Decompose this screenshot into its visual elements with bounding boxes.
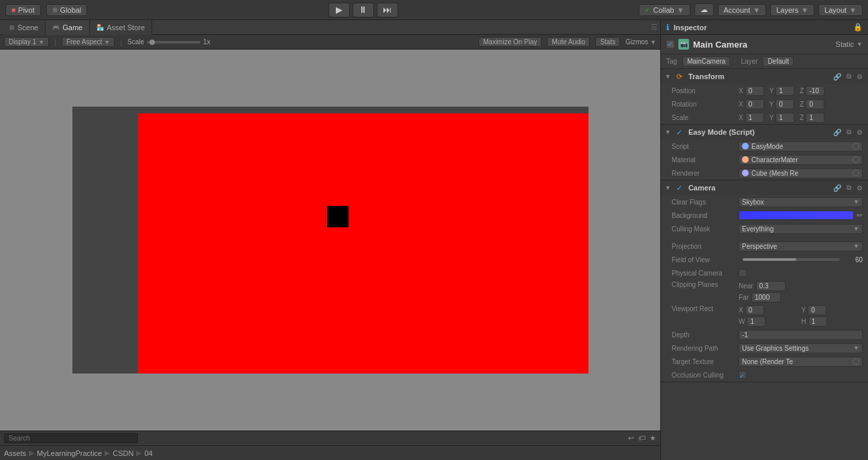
camera-link-btn[interactable]: 🔗 (832, 184, 843, 192)
collab-button[interactable]: ✓ Collab ▼ (639, 4, 690, 16)
toolbar-separator: | (54, 38, 56, 46)
renderer-picker[interactable] (853, 170, 859, 176)
play-controls: ▶ ⏸ ⏭ (92, 3, 633, 17)
tag-value[interactable]: MainCamera (682, 56, 730, 66)
star-icon[interactable]: ★ (649, 434, 656, 443)
script-label: Script (672, 143, 739, 150)
pause-button[interactable]: ⏸ (353, 3, 374, 17)
rendering-path-dropdown[interactable]: Use Graphics Settings ▼ (739, 343, 863, 353)
rendering-path-row: Rendering Path Use Graphics Settings ▼ (661, 341, 868, 355)
background-pencil-icon[interactable]: ✏ (857, 211, 863, 220)
material-picker[interactable] (853, 156, 859, 163)
step-icon: ⏭ (383, 5, 391, 15)
maximize-button[interactable]: Maximize On Play (479, 37, 542, 47)
occlusion-culling-checkbox[interactable] (739, 371, 747, 379)
layer-value[interactable]: Default (763, 56, 794, 66)
depth-value[interactable]: -1 (739, 330, 863, 340)
rot-z-val[interactable]: 0 (806, 99, 824, 109)
tab-scene[interactable]: ⊞ Scene (3, 20, 46, 35)
tag-icon[interactable]: 🏷 (638, 434, 645, 443)
far-value[interactable]: 1000 (751, 292, 781, 302)
material-value[interactable]: CharacterMater (739, 155, 863, 165)
breadcrumb-my-learning[interactable]: MyLearningPractice (37, 449, 102, 457)
pos-x-val[interactable]: 0 (745, 86, 764, 96)
transform-header[interactable]: ▼ ⟳ Transform 🔗 ⧉ ⚙ (661, 69, 868, 84)
scale-y-val[interactable]: 1 (776, 113, 794, 123)
tab-game[interactable]: 🎮 Game (46, 20, 90, 35)
tab-asset-store[interactable]: 🏪 Asset Store (90, 20, 152, 35)
pos-y-val[interactable]: 1 (776, 86, 794, 96)
scale-x-val[interactable]: 1 (745, 113, 764, 123)
gizmos-label: Gizmos (625, 38, 648, 46)
account-button[interactable]: Account ▼ (718, 4, 767, 16)
transform-menu-btn[interactable]: ⚙ (855, 72, 864, 80)
pivot-label: Pivot (18, 6, 34, 14)
pos-z-val[interactable]: -10 (806, 86, 824, 96)
layers-button[interactable]: Layers ▼ (770, 4, 814, 16)
vp-w-label: W (739, 318, 745, 325)
camera-section: ▼ ✓ Camera 🔗 ⧉ ⚙ Clear Flags Skybox ▼ (661, 180, 868, 382)
vp-h-val[interactable]: 1 (808, 317, 827, 327)
camera-header[interactable]: ▼ ✓ Camera 🔗 ⧉ ⚙ (661, 180, 868, 195)
transform-expand-btn[interactable]: ⧉ (845, 72, 853, 80)
script-val-text: EasyMode (751, 143, 783, 150)
object-enabled-checkbox[interactable] (666, 40, 674, 48)
scale-z-val[interactable]: 1 (806, 113, 824, 123)
rot-y-val[interactable]: 0 (776, 99, 794, 109)
step-button[interactable]: ⏭ (377, 3, 398, 17)
stats-button[interactable]: Stats (595, 37, 620, 47)
vp-y-val[interactable]: 0 (808, 305, 826, 315)
physical-camera-checkbox[interactable] (739, 269, 747, 277)
culling-mask-label: Culling Mask (672, 225, 739, 233)
camera-checkbox: ✓ (675, 183, 684, 192)
inspector-lock[interactable]: 🔒 (853, 23, 863, 32)
camera-menu-btn[interactable]: ⚙ (855, 184, 864, 192)
easy-mode-expand-btn[interactable]: ⧉ (845, 128, 853, 136)
vp-x-val[interactable]: 0 (745, 305, 764, 315)
renderer-value[interactable]: Cube (Mesh Re (739, 168, 863, 178)
fov-slider[interactable] (743, 258, 840, 261)
transform-link-btn[interactable]: 🔗 (832, 72, 843, 80)
easy-mode-link-btn[interactable]: 🔗 (832, 128, 843, 136)
vp-w-val[interactable]: 1 (747, 317, 765, 327)
projection-row: Projection Perspective ▼ (661, 239, 868, 253)
physical-camera-label: Physical Camera (672, 270, 739, 277)
mute-button[interactable]: Mute Audio (547, 37, 590, 47)
rot-z-label: Z (800, 101, 804, 108)
near-value[interactable]: 0.3 (756, 281, 786, 291)
tab-menu-icon[interactable]: ☰ (651, 23, 658, 32)
back-icon[interactable]: ↩ (628, 434, 634, 443)
rot-x-val[interactable]: 0 (745, 99, 764, 109)
breadcrumb-folder[interactable]: 04 (144, 449, 152, 457)
play-button[interactable]: ▶ (328, 3, 350, 17)
global-button[interactable]: ⊕ Global (46, 4, 88, 16)
script-value[interactable]: EasyMode (739, 141, 863, 152)
renderer-label: Renderer (672, 170, 739, 177)
easy-mode-menu-btn[interactable]: ⚙ (855, 128, 864, 136)
breadcrumb-csdn[interactable]: CSDN (113, 449, 133, 457)
pivot-button[interactable]: ■ Pivot (5, 4, 41, 16)
fov-slider-fill (743, 258, 796, 261)
target-texture-picker[interactable] (853, 358, 859, 365)
breadcrumb-assets[interactable]: Assets (4, 449, 26, 457)
search-input[interactable] (4, 433, 138, 443)
account-label: Account (724, 6, 751, 14)
object-name: Main Camera (693, 40, 747, 50)
camera-expand-btn[interactable]: ⧉ (845, 184, 853, 192)
clear-flags-value: Skybox (742, 198, 764, 206)
target-texture-value[interactable]: None (Render Te (739, 357, 863, 367)
scale-slider[interactable] (147, 41, 200, 44)
rendering-path-value: Use Graphics Settings (742, 345, 809, 352)
script-picker[interactable] (853, 143, 859, 150)
display-button[interactable]: Display 1 ▼ (4, 37, 49, 47)
easy-mode-header[interactable]: ▼ ✓ Easy Mode (Script) 🔗 ⧉ ⚙ (661, 125, 868, 139)
clear-flags-dropdown[interactable]: Skybox ▼ (739, 197, 863, 207)
aspect-button[interactable]: Free Aspect ▼ (62, 37, 115, 47)
culling-mask-dropdown[interactable]: Everything ▼ (739, 224, 863, 234)
center-area: ⊞ Scene 🎮 Game 🏪 Asset Store ☰ Display 1… (0, 20, 660, 460)
gizmos-button[interactable]: Gizmos ▼ (625, 38, 656, 46)
projection-dropdown[interactable]: Perspective ▼ (739, 241, 863, 251)
layout-button[interactable]: Layout ▼ (818, 4, 863, 16)
background-color-swatch[interactable] (739, 211, 854, 220)
cloud-button[interactable]: ☁ (694, 3, 714, 16)
